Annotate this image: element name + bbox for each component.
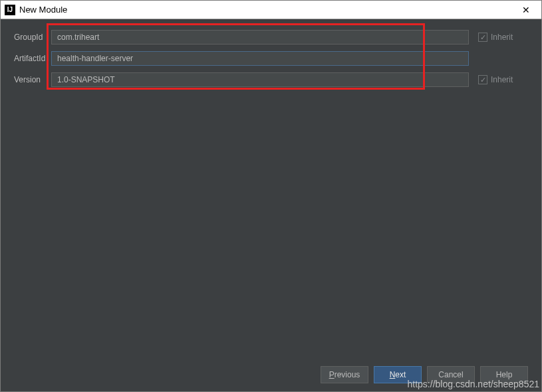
help-button[interactable]: Help <box>480 366 528 383</box>
close-button[interactable]: ✕ <box>515 1 537 19</box>
checkbox-checked-icon: ✓ <box>478 33 487 42</box>
checkbox-checked-icon: ✓ <box>478 75 487 84</box>
inherit-label: Inherit <box>491 33 513 42</box>
version-row: Version ✓ Inherit <box>14 70 528 90</box>
artifactid-label: ArtifactId <box>14 54 51 63</box>
dialog-content: GroupId ✓ Inherit ArtifactId Version ✓ I… <box>1 19 541 358</box>
cancel-button[interactable]: Cancel <box>427 366 475 383</box>
version-inherit[interactable]: ✓ Inherit <box>478 75 528 84</box>
groupid-label: GroupId <box>14 33 51 42</box>
groupid-input[interactable] <box>51 30 469 45</box>
artifactid-row: ArtifactId <box>14 49 528 68</box>
inherit-label: Inherit <box>491 75 513 84</box>
new-module-dialog: IJ New Module ✕ GroupId ✓ Inherit Artifa… <box>0 0 542 392</box>
button-bar: PPreviousrevious NextNext Cancel Help <box>1 358 541 391</box>
artifactid-input[interactable] <box>51 51 469 66</box>
titlebar: IJ New Module ✕ <box>1 1 541 19</box>
window-title: New Module <box>19 5 515 15</box>
groupid-inherit[interactable]: ✓ Inherit <box>478 33 528 42</box>
groupid-row: GroupId ✓ Inherit <box>14 27 528 47</box>
version-input[interactable] <box>51 72 469 87</box>
previous-button[interactable]: PPreviousrevious <box>321 366 368 383</box>
intellij-icon: IJ <box>5 5 15 15</box>
version-label: Version <box>14 75 51 84</box>
next-button[interactable]: NextNext <box>374 366 422 383</box>
